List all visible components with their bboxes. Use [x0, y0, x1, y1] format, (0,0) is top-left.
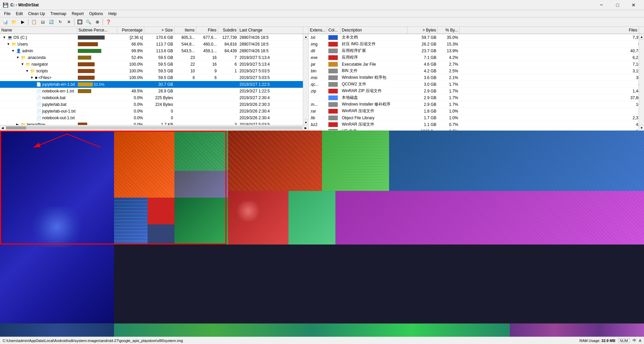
h-scrollbar[interactable]: ◀ ▶ [0, 125, 308, 130]
ecol-pct-header[interactable]: % By... [438, 27, 460, 33]
tree-row-label: navigator [32, 62, 48, 67]
tb-scan2[interactable]: 🔄 [47, 18, 55, 26]
status-icon2: A [639, 339, 641, 343]
ext-row[interactable]: .txt 文本文档 59.7 GB 35.0% 7,395 [309, 34, 644, 41]
app-title: C: - WinDirStat [10, 3, 39, 7]
tree-panel: Name Subtree Perce... Percentage > Size … [0, 27, 309, 130]
ext-panel: Extens... Col... Description > Bytes % B… [309, 27, 644, 130]
ext-row[interactable]: .rar WinRAR 压缩文件 1.8 GB 1.0% 13 [309, 108, 644, 115]
ecol-ext-header[interactable]: Extens... [309, 27, 327, 33]
tb-zoom-in[interactable]: 🔲 [76, 18, 84, 26]
tree-body[interactable]: ▼ 💻 OS (C:) [2:36 s] 170.6 GB 805,3... 6… [0, 34, 308, 125]
scroll-left-button[interactable]: ◀ [0, 125, 5, 131]
tree-row-label: notebook-err-1.txt [42, 89, 74, 93]
ecol-desc-header[interactable]: Description [340, 27, 408, 33]
treemap-strip[interactable] [0, 323, 644, 337]
tb-refresh[interactable]: ↻ [56, 18, 64, 26]
menu-file[interactable]: File [1, 11, 13, 17]
menu-options[interactable]: Options [87, 11, 106, 17]
ext-row[interactable]: .img 好压 IMG 压缩文件 26.2 GB 15.3% 66 [309, 41, 644, 48]
col-files-header[interactable]: Files [196, 27, 218, 33]
tree-row[interactable]: ▼ 📁 scripts 100.0% 59.5 GB 10 9 1 2019/3… [0, 68, 308, 74]
collapse-icon[interactable]: ▼ [7, 42, 11, 46]
ext-scroll-up[interactable]: ▲ [639, 34, 644, 40]
ext-row[interactable]: .zip WinRAR ZIP 压缩文件 2.9 GB 1.7% 1,447 [309, 88, 644, 94]
tb-help[interactable]: ❓ [104, 18, 112, 26]
tree-row-label: .anaconda [27, 55, 46, 60]
tree-row[interactable]: ▼ 👤 admin 99.9% 113.6 GB 543,5... 459,1.… [0, 48, 308, 54]
panels-row: Name Subtree Perce... Percentage > Size … [0, 27, 644, 131]
ext-scroll-down[interactable]: ▼ [639, 125, 644, 130]
ext-row[interactable]: .exe 应用程序 7.1 GB 4.2% 6,212 [309, 54, 644, 61]
ext-row[interactable]: .uc UC 文件 1015.2... 0.6% 161 [309, 128, 644, 130]
close-button[interactable]: ✕ [626, 0, 641, 10]
collapse-icon[interactable]: ▼ [16, 56, 21, 59]
collapse-icon[interactable]: ▼ [3, 36, 7, 39]
ext-row[interactable]: .bz2 WinRAR 压缩文件 1.1 GB 0.7% 420 [309, 121, 644, 128]
tree-row[interactable]: ▼ 📁 .anaconda 52.4% 59.5 GB 23 16 7 2019… [0, 54, 308, 61]
lib-description: Object File Library [340, 116, 408, 120]
ext-body[interactable]: .txt 文本文档 59.7 GB 35.0% 7,395 .img 好压 IM… [309, 34, 644, 130]
tree-row-label: jupyterlab.bat [42, 102, 66, 107]
minimize-button[interactable]: − [594, 0, 609, 10]
menu-report[interactable]: Report [69, 11, 87, 17]
tree-row[interactable]: ▼ 📁 Users 66.6% 113.7 GB 544,8... 460,0.… [0, 41, 308, 48]
tb-scan[interactable]: 📊 [1, 18, 9, 26]
tb-delete[interactable]: ✕ [65, 18, 73, 26]
menu-treemap[interactable]: Treemap [48, 11, 69, 17]
menu-help[interactable]: Help [106, 11, 119, 17]
ecol-files-header[interactable]: Files [460, 27, 639, 33]
tb-zoom-out[interactable]: 🔍 [85, 18, 93, 26]
treemap-area[interactable] [0, 131, 644, 323]
ecol-color-header[interactable]: Col... [327, 27, 340, 33]
ext-row-lib[interactable]: .lib Object File Library 1.7 GB 1.0% 2,3… [309, 115, 644, 121]
tree-row[interactable]: 📄 notebook.bat 0.0% 225 Bytes 2019/3/27 … [0, 94, 308, 101]
scroll-down-button[interactable]: ▼ [303, 120, 308, 125]
collapse-icon[interactable]: ▼ [21, 62, 25, 66]
tree-row-selected[interactable]: 📄 jupyterlab-err-1.txt 51.5% 30.7 GB 201… [0, 81, 308, 88]
menubar: File Edit Clean Up Treemap Report Option… [0, 10, 644, 17]
scroll-up-button[interactable]: ▲ [303, 34, 308, 40]
ext-row[interactable]: .dll 应用程序扩展 23.7 GB 13.9% 40,736 [309, 48, 644, 54]
col-name-header[interactable]: Name [0, 27, 77, 33]
tree-row[interactable]: 📄 jupyterlab-out-1.txt 0.0% 0 2019/3/26 … [0, 108, 308, 115]
col-subdirs-header[interactable]: Subdirs [218, 27, 238, 33]
tb-zoom-fit[interactable]: ⊕ [93, 18, 101, 26]
ext-row[interactable]: 本地磁盘 2.9 GB 1.7% 37,863 [309, 94, 644, 101]
tree-row[interactable]: 📄 notebook-err-1.txt 48.5% 28.9 GB 2019/… [0, 88, 308, 94]
menu-edit[interactable]: Edit [13, 11, 25, 17]
ext-row[interactable]: .bin BIN 文件 4.2 GB 2.5% 3,159 [309, 68, 644, 74]
tb-copy[interactable]: 📋 [30, 18, 38, 26]
tree-row[interactable]: 📄 notebook-out-1.txt 0.0% 0 2019/3/26 2:… [0, 115, 308, 121]
col-lastchange-header[interactable]: Last Change [238, 27, 303, 33]
tb-explorer[interactable]: 🗂 [39, 18, 47, 26]
tree-row[interactable]: ▼ 📁 navigator 100.0% 59.5 GB 22 16 6 201… [0, 61, 308, 68]
ecol-bytes-header[interactable]: > Bytes [408, 27, 438, 33]
ext-row[interactable]: .m... Windows Installer 修补程序 2.9 GB 1.7%… [309, 101, 644, 108]
ext-row[interactable]: .qc... QCOW2 文件 3.0 GB 1.7% 48 [309, 81, 644, 88]
tb-back[interactable]: ▶ [19, 18, 27, 26]
collapse-icon[interactable]: ▼ [30, 76, 35, 79]
col-size-header[interactable]: > Size [144, 27, 174, 33]
col-subtree-header[interactable]: Subtree Perce... [77, 27, 117, 33]
tree-row[interactable]: ▼ 💻 OS (C:) [2:36 s] 170.6 GB 805,3... 6… [0, 34, 308, 41]
tree-row[interactable]: ▼ ■ <Files> 100.0% 59.5 GB 6 6 2019/3/27… [0, 74, 308, 81]
ext-header: Extens... Col... Description > Bytes % B… [309, 27, 644, 34]
collapse-icon[interactable]: ▼ [11, 49, 16, 53]
app-icon: 💾 [3, 2, 8, 8]
menu-cleanup[interactable]: Clean Up [25, 11, 48, 17]
scroll-right-button[interactable]: ▶ [303, 125, 308, 131]
tree-row[interactable]: 📄 jupyterlab.bat 0.0% 224 Bytes 2019/3/2… [0, 101, 308, 108]
maximize-button[interactable]: □ [610, 0, 625, 10]
tree-row-label: <Files> [38, 75, 51, 80]
tree-row-label: admin [22, 49, 33, 53]
collapse-icon[interactable]: ▼ [25, 69, 30, 73]
col-pct-header[interactable]: Percentage [117, 27, 144, 33]
collapse-icon[interactable]: ▶ [16, 123, 21, 125]
col-items-header[interactable]: Items [174, 27, 196, 33]
tb-open[interactable]: 📁 [10, 18, 18, 26]
ext-row[interactable]: .jar Executable Jar File 4.6 GB 2.7% 7,1… [309, 61, 644, 68]
ext-row[interactable]: .msi Windows Installer 程序包 3.6 GB 2.1% 3… [309, 74, 644, 81]
tree-row[interactable]: ▶ 📁 tensorflow 0.0% 1.7 KB 3 2019/3/27 5… [0, 121, 308, 125]
tree-row-label: scripts [36, 69, 48, 73]
